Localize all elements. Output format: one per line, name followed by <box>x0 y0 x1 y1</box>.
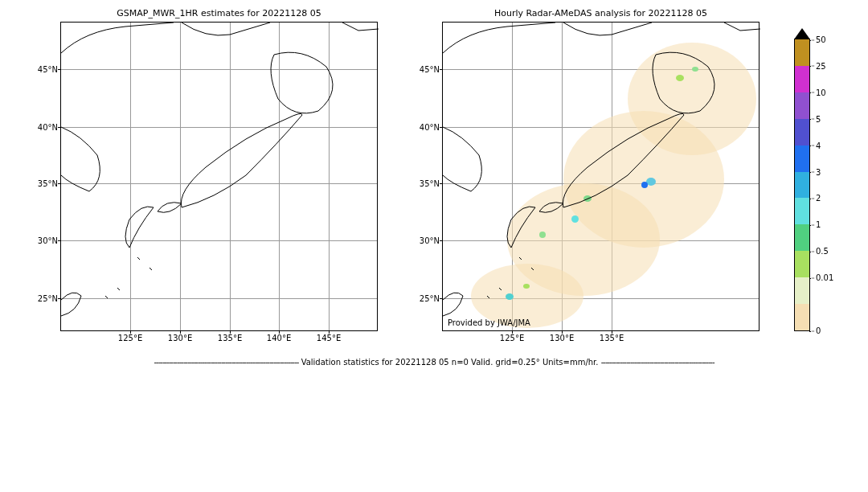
left-panel-title: GSMAP_MWR_1HR estimates for 20221128 05 <box>61 8 377 18</box>
right-panel-title: Hourly Radar-AMeDAS analysis for 2022112… <box>443 8 759 18</box>
lon-tick: 125°E <box>118 330 142 342</box>
lat-tick: 45°N <box>420 65 443 74</box>
lat-tick: 30°N <box>420 236 443 245</box>
lon-tick: 140°E <box>267 330 291 342</box>
lat-tick: 45°N <box>38 65 61 74</box>
left-map-panel: GSMAP_MWR_1HR estimates for 20221128 05 … <box>60 22 378 331</box>
colorbar: 50 25 10 5 4 3 2 1 0.5 0.01 0 <box>794 39 810 331</box>
lat-tick: 25°N <box>420 294 443 303</box>
cbar-tick: 10 <box>809 88 826 96</box>
lon-tick: 130°E <box>168 330 192 342</box>
cbar-tick: 0.5 <box>809 247 829 256</box>
cbar-tick: 1 <box>809 220 821 229</box>
lat-tick: 35°N <box>38 179 61 188</box>
lat-tick: 35°N <box>420 179 443 188</box>
cbar-tick: 0.01 <box>809 273 833 282</box>
cbar-tick: 50 <box>809 35 826 44</box>
cbar-tick: 25 <box>809 61 826 70</box>
coastline-left <box>61 23 379 332</box>
lon-tick: 125°E <box>500 330 524 342</box>
lon-tick: 135°E <box>218 330 242 342</box>
validation-stats-line: ----------------------------------------… <box>0 358 868 367</box>
cbar-tick: 4 <box>809 141 821 150</box>
lat-tick: 30°N <box>38 236 61 245</box>
lat-tick: 40°N <box>420 123 443 132</box>
right-map-panel: Hourly Radar-AMeDAS analysis for 2022112… <box>442 22 760 331</box>
cbar-tick: 2 <box>809 194 821 203</box>
lat-tick: 40°N <box>38 123 61 132</box>
lat-tick: 25°N <box>38 294 61 303</box>
lon-tick: 130°E <box>550 330 574 342</box>
coastline-right <box>443 23 760 332</box>
cbar-tick: 0 <box>809 326 821 335</box>
attribution-text: Provided by JWA/JMA <box>448 318 530 327</box>
cbar-tick: 5 <box>809 114 821 123</box>
lon-tick: 145°E <box>317 330 341 342</box>
cbar-tick: 3 <box>809 167 821 176</box>
colorbar-overflow-arrow-icon <box>794 28 810 39</box>
lon-tick: 135°E <box>600 330 624 342</box>
